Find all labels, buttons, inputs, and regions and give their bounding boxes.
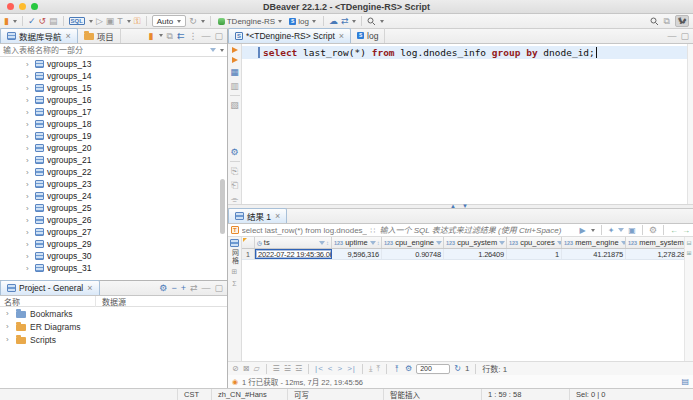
tree-item-vgroups_31[interactable]: ›vgroups_31 [0,262,217,274]
tab-sql-script[interactable]: S *<TDengine-RS> Script × [228,28,351,43]
fetch-size-input[interactable] [416,364,450,374]
column-header-uptime[interactable]: 123uptime↕ [332,237,382,248]
close-icon[interactable]: × [339,31,344,41]
tree-item-vgroups_25[interactable]: ›vgroups_25 [0,202,217,214]
project-item-bookmarks[interactable]: ›Bookmarks [0,307,227,320]
save-to-file-icon[interactable]: ⎘ [231,166,238,176]
insert-mode-indicator[interactable]: 智能插入 [384,389,482,400]
rollback-icon[interactable]: ↺ [39,16,47,26]
tree-item-vgroups_30[interactable]: ›vgroups_30 [0,250,217,262]
commit-mode-combo[interactable]: Auto [152,15,186,27]
filter-sort-icons[interactable]: ↕ [499,240,507,246]
column-header-cpu_system[interactable]: 123cpu_system↕ [444,237,507,248]
tree-item-vgroups_27[interactable]: ›vgroups_27 [0,226,217,238]
execute-script-icon[interactable]: ▦ [230,67,239,77]
fetch-all-icon[interactable]: ⤒ [376,364,380,374]
sql-statement[interactable]: select last_row(*) from log.dnodes_info … [263,47,595,58]
add-row-icon[interactable]: ☰ [273,364,280,373]
back-icon[interactable]: ← [670,226,678,235]
tree-item-vgroups_22[interactable]: ›vgroups_22 [0,166,217,178]
cell-cpu_system[interactable]: 1.26409 [444,249,507,259]
chevron-right-icon[interactable]: › [26,144,32,153]
chevron-right-icon[interactable]: › [26,180,32,189]
chevron-right-icon[interactable]: › [26,240,32,249]
forward-icon[interactable]: → [682,226,690,235]
search-caret-icon[interactable] [380,20,384,23]
tree-item-vgroups_19[interactable]: ›vgroups_19 [0,130,217,142]
tree-item-vgroups_23[interactable]: ›vgroups_23 [0,178,217,190]
tree-item-vgroups_18[interactable]: ›vgroups_18 [0,118,217,130]
chevron-right-icon[interactable]: › [26,264,32,273]
search-icon[interactable] [367,17,376,26]
column-sort-icon[interactable]: ↕ [326,240,329,246]
tree-item-vgroups_21[interactable]: ›vgroups_21 [0,154,217,166]
link-editor-icon[interactable]: ⧉ [167,31,173,41]
cloud-icon[interactable]: ☁ [329,16,338,26]
chevron-right-icon[interactable]: › [26,204,32,213]
stop-icon[interactable]: ⊠ [243,364,250,373]
chevron-right-icon[interactable]: › [26,252,32,261]
new-connection-caret-icon[interactable] [159,34,163,37]
table-row[interactable]: 12022-07-22 19:45:36.0009,596,3160.90748… [242,249,693,260]
refresh-icon[interactable]: ↻ [189,16,197,26]
new-connection-icon[interactable]: ▮ [149,31,154,41]
duplicate-row-icon[interactable]: ☱ [284,364,291,373]
minimize-view-icon[interactable]: — [201,283,210,293]
close-icon[interactable]: × [87,283,92,293]
query-reference[interactable]: select last_row(*) from log.dnodes_ [242,226,367,235]
project-item-er-diagrams[interactable]: ›ER Diagrams [0,320,227,333]
chevron-right-icon[interactable]: › [26,132,32,141]
cell-mem_engine[interactable]: 41.21875 [562,249,626,259]
quick-search-icon[interactable] [650,17,659,26]
edit-cell-icon[interactable]: ▱ [253,364,259,373]
results-filter-input[interactable] [380,226,577,235]
write-mode-indicator[interactable]: 可写 [288,389,384,400]
filters-menu-icon[interactable] [618,228,624,232]
maximize-editor-icon[interactable]: ▢ [680,31,689,41]
dbeaver-perspective-button[interactable]: 🐿 [675,15,689,27]
prev-row-icon[interactable]: < [328,364,334,373]
driver-icon[interactable]: ▮ [4,16,9,26]
save-filter-icon[interactable]: ✦ [608,226,615,235]
database-selector[interactable]: Slog [287,17,318,26]
fetch-page-icon[interactable]: ⤓ [369,364,373,374]
minimize-editor-icon[interactable]: — [667,31,676,41]
compare-icon[interactable]: ⇄ [341,16,349,26]
apply-filter-icon[interactable]: ▶ [580,226,586,235]
filter-funnel-icon[interactable] [210,48,216,52]
calc-panel-icon[interactable]: Σ [232,279,236,289]
filter-history-caret-icon[interactable] [591,229,595,232]
chevron-right-icon[interactable]: › [26,216,32,225]
text-transform-caret-icon[interactable] [127,20,131,23]
tree-item-vgroups_26[interactable]: ›vgroups_26 [0,214,217,226]
tab-results-1[interactable]: 结果 1 × [228,208,287,223]
grid-view-label[interactable]: 网格 [230,249,240,265]
chevron-right-icon[interactable]: › [26,156,32,165]
results-grid[interactable]: ◷ts↕123uptime↕123cpu_engine↕123cpu_syste… [242,237,693,361]
chevron-right-icon[interactable]: › [6,309,12,318]
link-icon[interactable]: ⇄ [190,283,198,293]
tab-log[interactable]: S log [351,28,385,43]
grid-corner-cell[interactable] [242,237,255,248]
chevron-right-icon[interactable]: › [6,335,12,344]
lock-icon[interactable]: ⚿ [134,16,141,26]
new-sql-editor-icon[interactable]: SQL [69,17,85,25]
column-filter-icon[interactable] [499,241,505,245]
commit-icon[interactable]: ✓ [28,16,36,26]
filter-sort-icons[interactable]: ↕ [370,240,380,246]
column-filter-icon[interactable] [319,241,325,245]
filter-sort-icons[interactable]: ↕ [436,240,444,246]
column-header-mem_engine[interactable]: 123mem_engine↕ [562,237,626,248]
project-item-scripts[interactable]: ›Scripts [0,333,227,346]
column-filter-icon[interactable] [370,241,376,245]
chevron-right-icon[interactable]: › [26,108,32,117]
script-from-query-icon[interactable]: ▥ [230,81,239,91]
minimize-view-icon[interactable]: — [201,31,210,41]
next-row-icon[interactable]: > [338,364,344,373]
maximize-view-icon[interactable]: ▢ [214,283,223,293]
navigator-filter-input[interactable] [3,46,207,55]
panel-expand-icon[interactable]: ⊞ [686,249,691,256]
maximize-view-icon[interactable]: ▢ [214,31,223,41]
close-icon[interactable]: × [66,31,71,41]
column-header-ts[interactable]: ◷ts↕ [255,237,332,248]
